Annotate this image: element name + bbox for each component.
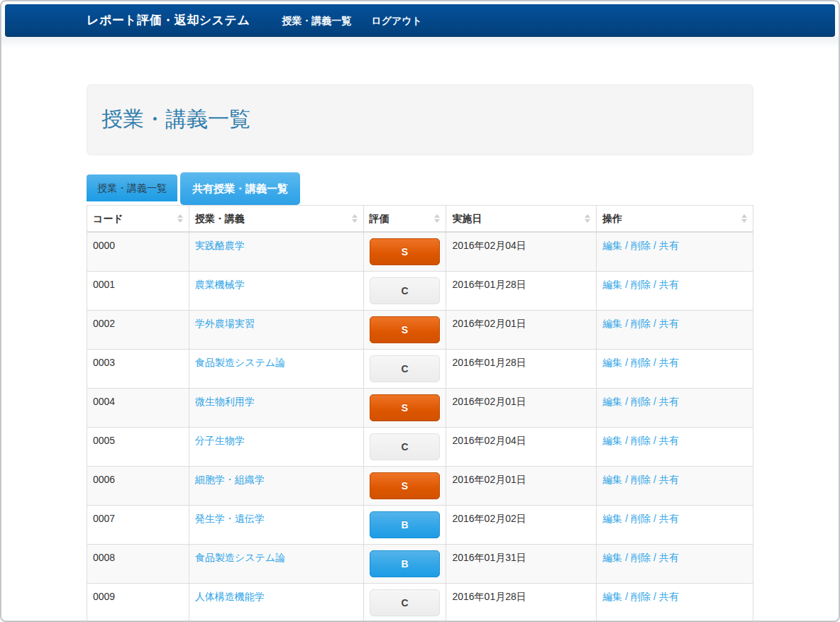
grade-cell: C [363,350,446,389]
grade-cell: S [363,467,446,506]
grade-cell: C [363,584,446,622]
share-link[interactable]: 共有 [659,396,679,407]
grade-button[interactable]: C [370,277,441,304]
grade-button[interactable]: B [370,511,441,538]
column-header-date[interactable]: 実施日 [446,206,597,233]
grade-button[interactable]: S [370,472,441,499]
table-row: 0003食品製造システム論C2016年01月28日編集/削除/共有 [87,350,753,389]
delete-link[interactable]: 削除 [631,591,651,602]
table-row: 0002学外農場実習S2016年02月01日編集/削除/共有 [87,311,753,350]
grade-button[interactable]: B [370,550,441,577]
app-title[interactable]: レポート評価・返却システム [87,12,250,28]
action-separator: / [653,396,656,407]
action-separator: / [625,357,628,368]
delete-link[interactable]: 削除 [631,357,651,368]
table-row: 0006細胞学・組織学S2016年02月01日編集/削除/共有 [87,467,753,506]
edit-link[interactable]: 編集 [602,474,622,485]
grade-cell: S [363,232,446,272]
date-cell: 2016年02月04日 [446,232,597,272]
course-code-cell: 0007 [87,506,189,545]
actions-cell: 編集/削除/共有 [597,272,753,311]
delete-link[interactable]: 削除 [631,435,651,446]
share-link[interactable]: 共有 [659,591,679,602]
delete-link[interactable]: 削除 [631,279,651,290]
share-link[interactable]: 共有 [659,435,679,446]
date-cell: 2016年02月01日 [446,311,597,350]
actions-cell: 編集/削除/共有 [597,232,753,272]
course-link[interactable]: 学外農場実習 [195,318,255,329]
edit-link[interactable]: 編集 [602,552,622,563]
share-link[interactable]: 共有 [659,240,679,251]
tab-course-list[interactable]: 授業・講義一覧 [87,174,177,201]
tab-shared-course-list[interactable]: 共有授業・講義一覧 [180,172,300,205]
action-separator: / [653,435,656,446]
course-name-cell: 人体構造機能学 [189,584,363,622]
grade-button[interactable]: S [370,316,441,343]
grade-button[interactable]: S [370,394,441,421]
actions-cell: 編集/削除/共有 [597,428,753,467]
page-header: 授業・講義一覧 [87,84,753,155]
course-link[interactable]: 実践酪農学 [195,240,245,251]
table-header-row: コード 授業・講義 評価 実施日 [87,206,753,233]
course-name-cell: 実践酪農学 [189,232,363,272]
action-separator: / [625,240,628,251]
delete-link[interactable]: 削除 [631,240,651,251]
edit-link[interactable]: 編集 [602,396,622,407]
edit-link[interactable]: 編集 [602,435,622,446]
course-link[interactable]: 分子生物学 [195,435,245,446]
delete-link[interactable]: 削除 [631,396,651,407]
column-header-course[interactable]: 授業・講義 [189,206,363,233]
action-separator: / [625,591,628,602]
grade-cell: S [363,389,446,428]
action-separator: / [625,279,628,290]
grade-cell: C [363,428,446,467]
course-link[interactable]: 食品製造システム論 [195,357,285,368]
edit-link[interactable]: 編集 [602,240,622,251]
date-cell: 2016年02月01日 [446,467,597,506]
date-cell: 2016年02月01日 [446,389,597,428]
course-name-cell: 学外農場実習 [189,311,363,350]
grade-button[interactable]: S [370,238,441,265]
share-link[interactable]: 共有 [659,318,679,329]
share-link[interactable]: 共有 [659,279,679,290]
grade-button[interactable]: C [370,355,441,382]
grade-button[interactable]: C [370,589,441,616]
course-name-cell: 分子生物学 [189,428,363,467]
course-code-cell: 0008 [87,545,189,584]
column-header-code[interactable]: コード [87,206,189,233]
course-name-cell: 農業機械学 [189,272,363,311]
course-link[interactable]: 微生物利用学 [195,396,255,407]
nav-item-course-list[interactable]: 授業・講義一覧 [272,4,361,37]
sort-icon [585,214,590,223]
nav-item-logout[interactable]: ログアウト [361,4,432,37]
grade-button[interactable]: C [370,433,441,460]
share-link[interactable]: 共有 [659,474,679,485]
share-link[interactable]: 共有 [659,513,679,524]
share-link[interactable]: 共有 [659,357,679,368]
delete-link[interactable]: 削除 [631,474,651,485]
table-row: 0008食品製造システム論B2016年01月31日編集/削除/共有 [87,545,753,584]
course-link[interactable]: 食品製造システム論 [195,552,285,563]
edit-link[interactable]: 編集 [602,591,622,602]
browser-window: レポート評価・返却システム 授業・講義一覧 ログアウト 授業・講義一覧 授業・講… [0,0,840,622]
edit-link[interactable]: 編集 [602,318,622,329]
course-link[interactable]: 農業機械学 [195,279,245,290]
edit-link[interactable]: 編集 [602,279,622,290]
action-separator: / [653,240,656,251]
sort-icon [434,214,440,223]
actions-cell: 編集/削除/共有 [597,545,753,584]
course-code-cell: 0001 [87,272,189,311]
action-separator: / [625,474,628,485]
edit-link[interactable]: 編集 [602,513,622,524]
share-link[interactable]: 共有 [659,552,679,563]
course-link[interactable]: 発生学・遺伝学 [195,513,265,524]
column-label: 実施日 [452,213,482,224]
delete-link[interactable]: 削除 [631,552,651,563]
column-header-grade[interactable]: 評価 [363,206,446,233]
course-link[interactable]: 細胞学・組織学 [195,474,265,485]
edit-link[interactable]: 編集 [602,357,622,368]
delete-link[interactable]: 削除 [631,318,651,329]
column-header-operations[interactable]: 操作 [597,206,753,233]
delete-link[interactable]: 削除 [631,513,651,524]
course-link[interactable]: 人体構造機能学 [195,591,265,602]
